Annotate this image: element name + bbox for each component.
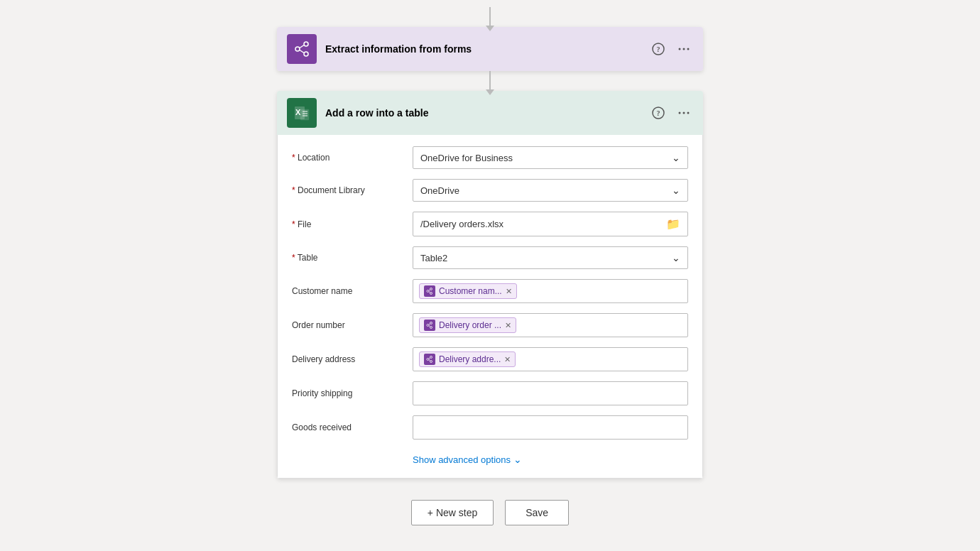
extract-step-card: Extract information from forms ? <box>277 27 703 71</box>
svg-point-26 <box>430 322 432 324</box>
goods-received-control <box>413 415 688 440</box>
customer-name-control: Customer nam... ✕ <box>413 279 688 303</box>
extract-help-button[interactable]: ? <box>649 40 668 58</box>
goods-received-row: Goods received <box>292 415 688 440</box>
help-icon-2: ? <box>652 107 665 119</box>
excel-step-icon: X <box>293 104 311 122</box>
svg-line-3 <box>300 45 304 48</box>
svg-point-7 <box>679 48 681 50</box>
priority-shipping-label: Priority shipping <box>292 388 413 398</box>
connector-arrow-middle <box>489 71 491 91</box>
show-advanced-chevron-icon: ⌄ <box>513 454 522 465</box>
advanced-options-row: Show advanced options ⌄ <box>292 449 688 467</box>
svg-line-24 <box>429 290 430 290</box>
svg-point-27 <box>430 327 432 329</box>
excel-step-card: X Add a row into a table ? <box>277 91 703 479</box>
excel-step-body: Location OneDrive for Business ⌄ Documen… <box>277 135 703 479</box>
ellipsis-icon-2 <box>677 107 690 119</box>
extract-more-button[interactable] <box>675 40 693 58</box>
save-button[interactable]: Save <box>505 500 569 525</box>
delivery-address-tag-text: Delivery addre... <box>439 354 501 364</box>
extract-step-icon <box>293 40 311 58</box>
svg-line-35 <box>429 360 430 361</box>
svg-line-34 <box>429 358 430 359</box>
show-advanced-options-button[interactable]: Show advanced options ⌄ <box>413 449 522 467</box>
svg-line-30 <box>429 326 430 327</box>
file-picker[interactable]: /Delivery orders.xlsx 📁 <box>413 212 688 236</box>
table-chevron-icon: ⌄ <box>672 252 680 263</box>
file-control: /Delivery orders.xlsx 📁 <box>413 212 688 236</box>
goods-received-input[interactable] <box>413 415 688 440</box>
bottom-actions: + New step Save <box>411 500 569 525</box>
delivery-address-tag-field[interactable]: Delivery addre... ✕ <box>413 347 688 371</box>
svg-line-25 <box>429 292 430 293</box>
connector-arrow-top <box>489 7 491 27</box>
svg-point-1 <box>304 52 308 56</box>
table-value: Table2 <box>420 253 447 263</box>
order-number-control: Delivery order ... ✕ <box>413 313 688 337</box>
svg-point-2 <box>295 47 300 51</box>
goods-received-label: Goods received <box>292 422 413 432</box>
svg-rect-12 <box>300 109 309 120</box>
excel-step-title: Add a row into a table <box>325 107 649 119</box>
delivery-address-row: Delivery address <box>292 347 688 371</box>
customer-name-tag: Customer nam... ✕ <box>419 283 517 299</box>
flow-container: Extract information from forms ? <box>270 7 710 525</box>
svg-line-29 <box>429 324 430 324</box>
delivery-address-tag: Delivery addre... ✕ <box>419 351 516 367</box>
ellipsis-icon <box>677 43 690 55</box>
customer-name-row: Customer name <box>292 279 688 303</box>
svg-point-33 <box>427 359 429 361</box>
priority-shipping-input[interactable] <box>413 381 688 405</box>
svg-point-23 <box>427 290 429 293</box>
table-control: Table2 ⌄ <box>413 246 688 269</box>
show-advanced-label: Show advanced options <box>413 454 511 465</box>
svg-point-31 <box>430 356 432 359</box>
location-dropdown[interactable]: OneDrive for Business ⌄ <box>413 146 688 169</box>
svg-text:?: ? <box>657 45 660 53</box>
excel-more-button[interactable] <box>675 104 693 122</box>
customer-name-tag-icon <box>424 285 435 297</box>
priority-shipping-control <box>413 381 688 405</box>
file-row: File /Delivery orders.xlsx 📁 <box>292 212 688 236</box>
svg-point-18 <box>679 112 681 114</box>
document-library-label: Document Library <box>292 185 413 195</box>
excel-step-actions: ? <box>649 104 693 122</box>
delivery-address-remove-button[interactable]: ✕ <box>504 355 511 364</box>
order-number-tag-field[interactable]: Delivery order ... ✕ <box>413 313 688 337</box>
svg-point-32 <box>430 361 432 363</box>
new-step-button[interactable]: + New step <box>411 500 494 525</box>
customer-name-remove-button[interactable]: ✕ <box>506 287 512 296</box>
order-number-label: Order number <box>292 320 413 330</box>
svg-point-19 <box>683 112 685 114</box>
location-control: OneDrive for Business ⌄ <box>413 146 688 169</box>
table-label: Table <box>292 253 413 263</box>
file-label: File <box>292 219 413 229</box>
customer-name-tag-field[interactable]: Customer nam... ✕ <box>413 279 688 303</box>
excel-icon-bg: X <box>287 98 317 128</box>
svg-point-8 <box>683 48 685 50</box>
table-dropdown[interactable]: Table2 ⌄ <box>413 246 688 269</box>
customer-name-tag-text: Customer nam... <box>439 286 502 296</box>
priority-shipping-row: Priority shipping <box>292 381 688 405</box>
order-number-remove-button[interactable]: ✕ <box>505 321 511 330</box>
svg-point-9 <box>687 48 690 50</box>
extract-step-header: Extract information from forms ? <box>277 27 703 71</box>
delivery-address-control: Delivery addre... ✕ <box>413 347 688 371</box>
svg-text:?: ? <box>657 109 660 117</box>
document-library-dropdown[interactable]: OneDrive ⌄ <box>413 179 688 202</box>
location-chevron-icon: ⌄ <box>672 152 680 163</box>
location-value: OneDrive for Business <box>420 153 513 163</box>
table-row: Table Table2 ⌄ <box>292 246 688 269</box>
order-number-tag-text: Delivery order ... <box>439 320 501 330</box>
excel-step-header: X Add a row into a table ? <box>277 91 703 135</box>
folder-icon: 📁 <box>666 217 680 231</box>
document-library-chevron-icon: ⌄ <box>672 185 680 196</box>
svg-point-28 <box>427 324 429 327</box>
delivery-address-tag-icon <box>424 354 435 365</box>
order-number-tag-icon <box>424 320 435 331</box>
svg-point-20 <box>687 112 690 114</box>
excel-help-button[interactable]: ? <box>649 104 668 122</box>
svg-point-0 <box>304 42 308 46</box>
svg-point-22 <box>430 293 432 295</box>
